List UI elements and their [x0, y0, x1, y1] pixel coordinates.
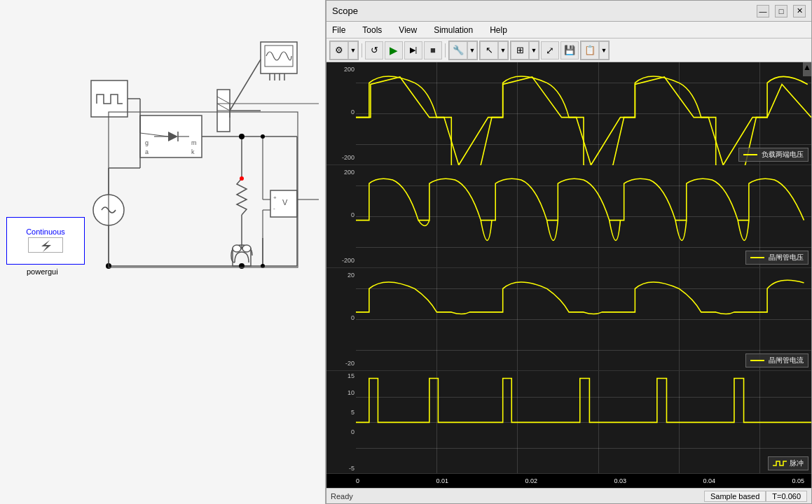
zoom-config-button[interactable]: 🔧 [449, 41, 467, 59]
x-label-3: 0.03 [614, 477, 626, 484]
y-label-min-3: -20 [326, 360, 355, 367]
legend-text-4: 脉冲 [790, 458, 804, 468]
x-label-2: 0.02 [525, 477, 537, 484]
x-label-5: 0.05 [792, 477, 804, 484]
legend-text-2: 晶闸管电压 [769, 253, 804, 262]
y-label-1-4: 15 [326, 372, 355, 379]
svg-text:a: a [145, 148, 149, 155]
status-time: T=0.060 [766, 491, 807, 502]
y-label-mid-3: 0 [326, 314, 355, 321]
y-label-max-1: 200 [326, 66, 355, 73]
svg-rect-60 [109, 112, 298, 267]
fit-button[interactable]: ⤢ [541, 41, 559, 59]
x-label-0: 0 [356, 477, 359, 484]
menu-file[interactable]: File [329, 24, 348, 36]
maximize-button[interactable]: □ [775, 5, 787, 18]
legend-3: 晶闸管电流 [745, 354, 808, 368]
scope-window: Scope — □ ✕ File Tools View Simulation H… [326, 0, 812, 504]
axes-button[interactable]: ⊞ [511, 41, 529, 59]
svg-text:-: - [273, 205, 275, 211]
legend-line-1 [743, 154, 757, 155]
minimize-button[interactable]: — [757, 5, 769, 18]
svg-text:g: g [145, 139, 149, 146]
legend-text-3: 晶闸管电流 [769, 356, 804, 365]
legend-4: 脉冲 [768, 456, 808, 470]
legend-1: 负载两端电压 [738, 148, 808, 162]
svg-rect-2 [265, 46, 293, 66]
y-label-3-4: 5 [326, 409, 355, 416]
y-label-min-2: -200 [326, 257, 355, 264]
svg-line-13 [230, 59, 261, 111]
config-dropdown[interactable]: ▼ [599, 41, 609, 59]
svg-point-38 [242, 245, 251, 252]
dropdown-arrow[interactable]: ▼ [348, 41, 358, 59]
scope-titlebar: Scope — □ ✕ [326, 1, 811, 22]
simulink-panel: g a m k + [0, 0, 326, 504]
waveform-4 [356, 371, 811, 444]
x-axis-labels: 0 0.01 0.02 0.03 0.04 0.05 [356, 477, 804, 484]
plot-4: 15 10 5 0 -5 脉冲 [326, 371, 811, 474]
svg-text:k: k [191, 148, 195, 155]
y-label-4-4: 0 [326, 428, 355, 435]
waveform-3 [356, 268, 811, 356]
zoom-dropdown[interactable]: ▼ [467, 41, 477, 59]
svg-point-50 [239, 263, 245, 269]
menu-tools[interactable]: Tools [359, 24, 385, 36]
cursor-dropdown[interactable]: ▼ [498, 41, 508, 59]
y-label-5-4: -5 [326, 465, 355, 472]
grid-h-43 [356, 448, 811, 449]
scope-statusbar: Ready Sample based T=0.060 [326, 488, 811, 503]
svg-point-56 [261, 134, 265, 139]
stop-button[interactable]: ■ [424, 41, 442, 59]
scope-menubar: File Tools View Simulation Help [326, 22, 811, 38]
menu-view[interactable]: View [396, 24, 420, 36]
menu-help[interactable]: Help [487, 24, 510, 36]
y-label-mid-1: 0 [326, 108, 355, 115]
cursor-button[interactable]: ↖ [480, 41, 498, 59]
svg-text:+: + [273, 195, 277, 201]
settings-button[interactable]: ⚙ [330, 41, 348, 59]
close-button[interactable]: ✕ [793, 5, 806, 18]
powergui-continuous-label: Continuous [26, 227, 65, 236]
status-ready: Ready [331, 492, 353, 500]
x-label-4: 0.04 [703, 477, 715, 484]
legend-line-3 [750, 360, 764, 361]
svg-point-49 [239, 134, 245, 139]
scroll-up[interactable]: ▲ [803, 62, 811, 76]
y-label-max-2: 200 [326, 169, 355, 176]
svg-point-37 [233, 245, 241, 252]
plot-1: 200 0 -200 负载两端电压 [326, 62, 811, 165]
separator-2 [445, 43, 446, 57]
config-button[interactable]: 📋 [581, 41, 599, 59]
scope-toolbar: ⚙ ▼ ↺ ▶ ▶| ■ 🔧 ▼ ↖ ▼ ⊞ ▼ ⤢ 💾 📋 ▼ [326, 38, 811, 62]
scope-title: Scope [332, 6, 358, 16]
y-label-max-3: 20 [326, 272, 355, 279]
undo-button[interactable]: ↺ [365, 41, 383, 59]
svg-text:m: m [191, 139, 197, 146]
legend-line-2 [750, 257, 764, 258]
step-button[interactable]: ▶| [404, 41, 422, 59]
x-axis: 0 0.01 0.02 0.03 0.04 0.05 [326, 474, 811, 488]
x-label-1: 0.01 [436, 477, 448, 484]
legend-2: 晶闸管电压 [745, 251, 808, 265]
svg-point-35 [240, 176, 244, 181]
status-right: Sample based T=0.060 [704, 491, 807, 502]
y-label-min-1: -200 [326, 154, 355, 161]
status-sample-based: Sample based [704, 491, 766, 502]
axes-dropdown[interactable]: ▼ [529, 41, 539, 59]
separator-1 [362, 43, 362, 57]
legend-text-1: 负载两端电压 [762, 150, 804, 160]
save-button[interactable]: 💾 [560, 41, 579, 59]
powergui-block[interactable]: Continuous [6, 217, 85, 265]
powergui-name: powergui [27, 267, 58, 276]
run-button[interactable]: ▶ [385, 41, 403, 59]
plot-2: 200 0 -200 晶闸管电压 [326, 165, 811, 268]
waveform-2 [356, 165, 811, 275]
scope-plots: ▲ 200 0 -200 [326, 62, 811, 488]
menu-simulation[interactable]: Simulation [431, 24, 476, 36]
y-label-mid-2: 0 [326, 211, 355, 218]
y-label-2-4: 10 [326, 389, 355, 396]
pulse-icon [773, 460, 787, 467]
svg-text:V: V [282, 198, 288, 206]
plot-3: 20 0 -20 晶闸管电流 [326, 268, 811, 371]
